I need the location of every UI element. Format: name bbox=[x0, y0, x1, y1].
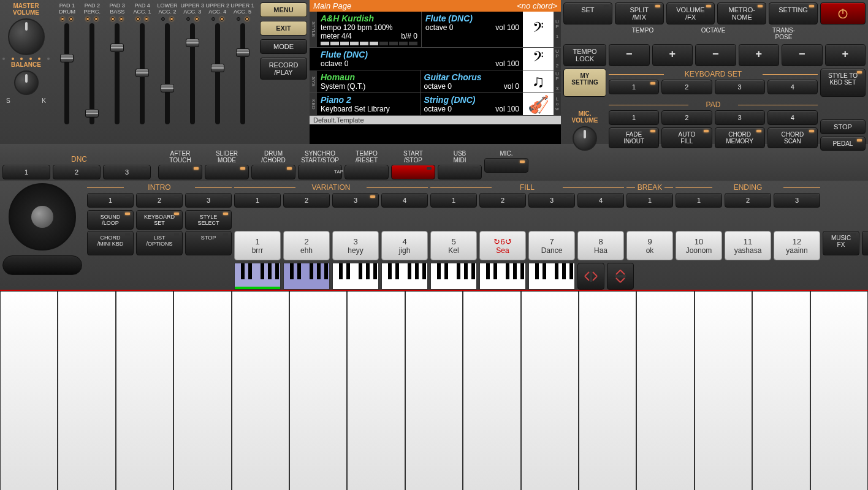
bottom-opt-button[interactable]: CHORD /MINI KBD bbox=[87, 231, 134, 255]
preset-2-pad[interactable]: 2ehh bbox=[283, 231, 330, 260]
intro-3-button[interactable]: 3 bbox=[185, 193, 232, 208]
slider-1[interactable] bbox=[89, 23, 94, 124]
ending-3-button[interactable]: 3 bbox=[774, 193, 820, 208]
preset-6-pad[interactable]: ↻6↺Sea bbox=[479, 231, 526, 260]
mini-kbd-0[interactable] bbox=[234, 263, 281, 290]
ctrl-5-button[interactable] bbox=[391, 165, 435, 179]
main-keyboard[interactable] bbox=[0, 290, 868, 490]
ctrl-6-button[interactable] bbox=[438, 165, 482, 179]
kbd-set-1-button[interactable]: 1 bbox=[609, 80, 659, 94]
white-key-6[interactable] bbox=[347, 291, 405, 490]
white-key-11[interactable] bbox=[636, 291, 694, 490]
octave-minus-button[interactable]: − bbox=[695, 44, 736, 66]
pad-4-button[interactable]: 4 bbox=[767, 110, 818, 125]
white-key-7[interactable] bbox=[405, 291, 463, 490]
white-key-13[interactable] bbox=[752, 291, 810, 490]
white-key-5[interactable] bbox=[289, 291, 347, 490]
white-key-2[interactable] bbox=[116, 291, 173, 490]
white-key-10[interactable] bbox=[579, 291, 636, 490]
transpose-plus-button[interactable]: + bbox=[825, 44, 866, 66]
dnc-3-button[interactable]: 3 bbox=[103, 165, 151, 179]
slider-3[interactable] bbox=[140, 23, 145, 124]
preset-9-pad[interactable]: 9ok bbox=[626, 231, 673, 260]
slider-7[interactable] bbox=[240, 23, 245, 124]
preset-11-pad[interactable]: 11yashasa bbox=[725, 231, 771, 260]
fill-3-button[interactable]: 3 bbox=[528, 193, 575, 208]
opt-button[interactable]: SOUND /LOOP bbox=[87, 210, 134, 230]
style-to-kbd-button[interactable]: STYLE TO KBD SET bbox=[820, 69, 866, 97]
transpose-minus-button[interactable]: − bbox=[782, 44, 823, 66]
exit-button[interactable]: EXIT bbox=[260, 21, 307, 36]
display-row-2[interactable]: SYSHomaunSystem (Q.T.) Guitar Chorusocta… bbox=[310, 70, 561, 93]
main-display[interactable]: Main Page <no chord> STYLEA&H Kurdishtem… bbox=[310, 0, 561, 144]
preset-4-pad[interactable]: 4jigh bbox=[381, 231, 428, 260]
pad-1-button[interactable]: 1 bbox=[609, 110, 659, 125]
white-key-4[interactable] bbox=[232, 291, 289, 490]
display-row-0[interactable]: STYLEA&H Kurdishtempo 120 bpm 100%meter … bbox=[310, 12, 561, 48]
pad-stop-button[interactable]: STOP bbox=[820, 119, 866, 134]
display-row-3[interactable]: KBDPiano 2Keyboard Set Library String (D… bbox=[310, 93, 561, 116]
ctrl-0-button[interactable] bbox=[158, 165, 202, 179]
rt3-0-button[interactable]: FADE IN/OUT bbox=[609, 127, 659, 148]
ctrl-1-button[interactable] bbox=[205, 165, 249, 179]
break-1-button[interactable]: 1 bbox=[626, 193, 673, 208]
slider-6[interactable] bbox=[215, 23, 220, 124]
power-button[interactable] bbox=[820, 2, 866, 24]
octave-plus-button[interactable]: + bbox=[739, 44, 780, 66]
mic-volume-knob[interactable] bbox=[573, 126, 597, 151]
variation-1-button[interactable]: 1 bbox=[234, 193, 281, 208]
opt-button[interactable]: KEYBOARD SET bbox=[136, 210, 183, 230]
ctrl-4-button[interactable]: TAP bbox=[345, 165, 389, 179]
preset-12-pad[interactable]: 12yaainn bbox=[774, 231, 820, 260]
rt-volumefx-button[interactable]: VOLUME /FX bbox=[666, 2, 715, 24]
fill-2-button[interactable]: 2 bbox=[479, 193, 526, 208]
fill-1-button[interactable]: 1 bbox=[430, 193, 477, 208]
white-key-1[interactable] bbox=[58, 291, 115, 490]
rt-set-button[interactable]: SET bbox=[563, 2, 612, 24]
mini-kbd-1[interactable] bbox=[283, 263, 330, 290]
rt-setting-button[interactable]: SETTING bbox=[769, 2, 818, 24]
mini-kbd-5[interactable] bbox=[479, 263, 526, 290]
slider-5[interactable] bbox=[190, 23, 195, 124]
white-key-8[interactable] bbox=[463, 291, 520, 490]
fx-button[interactable]: STYLE FX bbox=[862, 231, 868, 255]
rt3-3-button[interactable]: CHORD SCAN bbox=[767, 127, 818, 148]
slider-0[interactable] bbox=[64, 23, 69, 124]
rt3-2-button[interactable]: CHORD MEMORY bbox=[715, 127, 765, 148]
joystick[interactable] bbox=[9, 183, 76, 251]
white-key-3[interactable] bbox=[173, 291, 231, 490]
preset-1-pad[interactable]: 1brrr bbox=[234, 231, 281, 260]
white-key-14[interactable] bbox=[810, 291, 868, 490]
mini-kbd-4[interactable] bbox=[430, 263, 477, 290]
tempo-lock-button[interactable]: TEMPO LOCK bbox=[563, 44, 606, 66]
white-key-12[interactable] bbox=[695, 291, 752, 490]
variation-2-button[interactable]: 2 bbox=[283, 193, 330, 208]
balance-knob[interactable] bbox=[14, 70, 39, 95]
my-setting-button[interactable]: MY SETTING bbox=[563, 69, 606, 97]
opt-button[interactable]: STYLE SELECT bbox=[185, 210, 232, 230]
dnc-1-button[interactable]: 1 bbox=[2, 165, 50, 179]
ending-2-button[interactable]: 2 bbox=[725, 193, 771, 208]
slider-4[interactable] bbox=[165, 23, 170, 124]
display-row-1[interactable]: Flute (DNC)octave 0vol 100 𝄢 UP 2 bbox=[317, 48, 561, 70]
slider-2[interactable] bbox=[115, 23, 120, 124]
white-key-0[interactable] bbox=[0, 291, 58, 490]
kbd-set-3-button[interactable]: 3 bbox=[715, 80, 765, 94]
fill-4-button[interactable]: 4 bbox=[577, 193, 624, 208]
mini-kbd-6[interactable] bbox=[528, 263, 575, 290]
mini-kbd-2[interactable] bbox=[332, 263, 379, 290]
mode-button[interactable]: MODE bbox=[260, 39, 307, 54]
pedal-button[interactable]: PEDAL bbox=[820, 137, 866, 151]
bottom-opt-button[interactable]: STOP bbox=[185, 231, 232, 255]
variation-3-button[interactable]: 3 bbox=[332, 193, 379, 208]
fx-button[interactable]: MUSIC FX bbox=[823, 231, 859, 255]
preset-3-pad[interactable]: 3heyy bbox=[332, 231, 379, 260]
intro-2-button[interactable]: 2 bbox=[136, 193, 183, 208]
rt3-1-button[interactable]: AUTO FILL bbox=[661, 127, 712, 148]
bottom-opt-button[interactable]: LIST /OPTIONS bbox=[136, 231, 183, 255]
mini-kbd-3[interactable] bbox=[381, 263, 428, 290]
record-play-button[interactable]: RECORD /PLAY bbox=[260, 58, 307, 80]
rt-metronome-button[interactable]: METRO- NOME bbox=[717, 2, 766, 24]
preset-5-pad[interactable]: 5Kel bbox=[430, 231, 477, 260]
preset-8-pad[interactable]: 8Haa bbox=[577, 231, 624, 260]
